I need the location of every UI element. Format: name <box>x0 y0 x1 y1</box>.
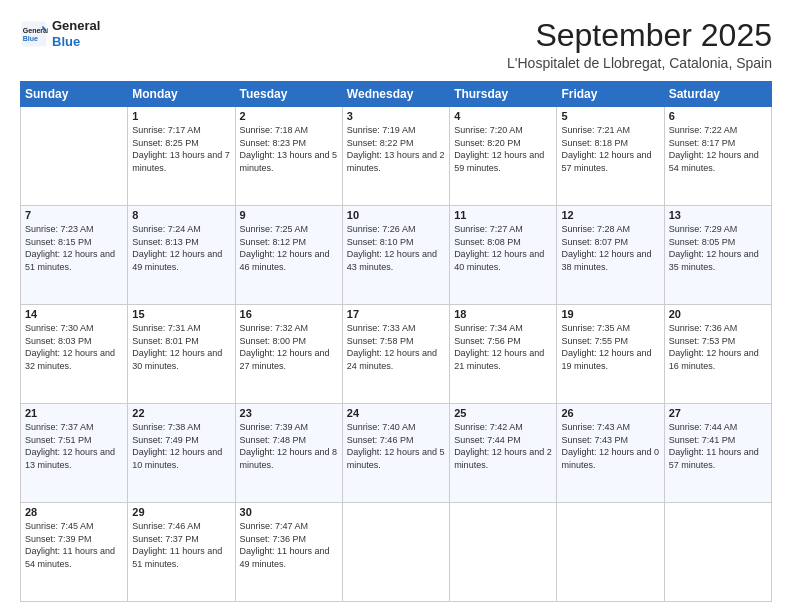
calendar-day-cell <box>557 503 664 602</box>
calendar-day-cell: 11Sunrise: 7:27 AMSunset: 8:08 PMDayligh… <box>450 206 557 305</box>
svg-text:Blue: Blue <box>23 35 38 42</box>
day-info: Sunrise: 7:31 AMSunset: 8:01 PMDaylight:… <box>132 322 230 372</box>
svg-rect-0 <box>21 21 46 46</box>
day-info: Sunrise: 7:17 AMSunset: 8:25 PMDaylight:… <box>132 124 230 174</box>
weekday-header: Saturday <box>664 82 771 107</box>
calendar-day-cell: 26Sunrise: 7:43 AMSunset: 7:43 PMDayligh… <box>557 404 664 503</box>
day-info: Sunrise: 7:42 AMSunset: 7:44 PMDaylight:… <box>454 421 552 471</box>
day-number: 6 <box>669 110 767 122</box>
day-number: 15 <box>132 308 230 320</box>
day-info: Sunrise: 7:26 AMSunset: 8:10 PMDaylight:… <box>347 223 445 273</box>
logo-icon: General Blue <box>20 20 48 48</box>
logo-line2: Blue <box>52 34 100 50</box>
calendar-week-row: 28Sunrise: 7:45 AMSunset: 7:39 PMDayligh… <box>21 503 772 602</box>
day-info: Sunrise: 7:37 AMSunset: 7:51 PMDaylight:… <box>25 421 123 471</box>
day-number: 18 <box>454 308 552 320</box>
calendar-day-cell: 21Sunrise: 7:37 AMSunset: 7:51 PMDayligh… <box>21 404 128 503</box>
day-number: 17 <box>347 308 445 320</box>
month-title: September 2025 <box>507 18 772 53</box>
day-number: 16 <box>240 308 338 320</box>
day-number: 27 <box>669 407 767 419</box>
day-number: 23 <box>240 407 338 419</box>
weekday-header: Tuesday <box>235 82 342 107</box>
calendar-day-cell <box>664 503 771 602</box>
calendar-day-cell: 13Sunrise: 7:29 AMSunset: 8:05 PMDayligh… <box>664 206 771 305</box>
weekday-header: Monday <box>128 82 235 107</box>
calendar-day-cell: 12Sunrise: 7:28 AMSunset: 8:07 PMDayligh… <box>557 206 664 305</box>
weekday-header: Wednesday <box>342 82 449 107</box>
day-info: Sunrise: 7:39 AMSunset: 7:48 PMDaylight:… <box>240 421 338 471</box>
calendar-day-cell: 22Sunrise: 7:38 AMSunset: 7:49 PMDayligh… <box>128 404 235 503</box>
day-info: Sunrise: 7:40 AMSunset: 7:46 PMDaylight:… <box>347 421 445 471</box>
day-number: 8 <box>132 209 230 221</box>
calendar-week-row: 1Sunrise: 7:17 AMSunset: 8:25 PMDaylight… <box>21 107 772 206</box>
calendar-day-cell: 8Sunrise: 7:24 AMSunset: 8:13 PMDaylight… <box>128 206 235 305</box>
location-title: L'Hospitalet de Llobregat, Catalonia, Sp… <box>507 55 772 71</box>
day-info: Sunrise: 7:27 AMSunset: 8:08 PMDaylight:… <box>454 223 552 273</box>
calendar-day-cell: 29Sunrise: 7:46 AMSunset: 7:37 PMDayligh… <box>128 503 235 602</box>
calendar-table: SundayMondayTuesdayWednesdayThursdayFrid… <box>20 81 772 602</box>
day-info: Sunrise: 7:19 AMSunset: 8:22 PMDaylight:… <box>347 124 445 174</box>
day-number: 7 <box>25 209 123 221</box>
calendar-day-cell: 14Sunrise: 7:30 AMSunset: 8:03 PMDayligh… <box>21 305 128 404</box>
day-info: Sunrise: 7:20 AMSunset: 8:20 PMDaylight:… <box>454 124 552 174</box>
calendar-week-row: 21Sunrise: 7:37 AMSunset: 7:51 PMDayligh… <box>21 404 772 503</box>
day-number: 1 <box>132 110 230 122</box>
day-info: Sunrise: 7:34 AMSunset: 7:56 PMDaylight:… <box>454 322 552 372</box>
calendar-day-cell <box>21 107 128 206</box>
day-number: 9 <box>240 209 338 221</box>
day-info: Sunrise: 7:21 AMSunset: 8:18 PMDaylight:… <box>561 124 659 174</box>
day-info: Sunrise: 7:23 AMSunset: 8:15 PMDaylight:… <box>25 223 123 273</box>
weekday-header: Thursday <box>450 82 557 107</box>
calendar-day-cell: 3Sunrise: 7:19 AMSunset: 8:22 PMDaylight… <box>342 107 449 206</box>
calendar-day-cell: 18Sunrise: 7:34 AMSunset: 7:56 PMDayligh… <box>450 305 557 404</box>
day-number: 5 <box>561 110 659 122</box>
day-info: Sunrise: 7:18 AMSunset: 8:23 PMDaylight:… <box>240 124 338 174</box>
calendar-day-cell: 4Sunrise: 7:20 AMSunset: 8:20 PMDaylight… <box>450 107 557 206</box>
day-info: Sunrise: 7:45 AMSunset: 7:39 PMDaylight:… <box>25 520 123 570</box>
day-info: Sunrise: 7:25 AMSunset: 8:12 PMDaylight:… <box>240 223 338 273</box>
calendar-week-row: 14Sunrise: 7:30 AMSunset: 8:03 PMDayligh… <box>21 305 772 404</box>
day-number: 24 <box>347 407 445 419</box>
page: General Blue General Blue September 2025… <box>0 0 792 612</box>
day-info: Sunrise: 7:35 AMSunset: 7:55 PMDaylight:… <box>561 322 659 372</box>
calendar-day-cell: 27Sunrise: 7:44 AMSunset: 7:41 PMDayligh… <box>664 404 771 503</box>
day-number: 19 <box>561 308 659 320</box>
day-number: 12 <box>561 209 659 221</box>
day-number: 2 <box>240 110 338 122</box>
day-number: 10 <box>347 209 445 221</box>
day-info: Sunrise: 7:33 AMSunset: 7:58 PMDaylight:… <box>347 322 445 372</box>
day-info: Sunrise: 7:47 AMSunset: 7:36 PMDaylight:… <box>240 520 338 570</box>
day-info: Sunrise: 7:29 AMSunset: 8:05 PMDaylight:… <box>669 223 767 273</box>
calendar-day-cell: 6Sunrise: 7:22 AMSunset: 8:17 PMDaylight… <box>664 107 771 206</box>
day-info: Sunrise: 7:38 AMSunset: 7:49 PMDaylight:… <box>132 421 230 471</box>
calendar-day-cell: 28Sunrise: 7:45 AMSunset: 7:39 PMDayligh… <box>21 503 128 602</box>
day-info: Sunrise: 7:43 AMSunset: 7:43 PMDaylight:… <box>561 421 659 471</box>
day-number: 29 <box>132 506 230 518</box>
day-info: Sunrise: 7:30 AMSunset: 8:03 PMDaylight:… <box>25 322 123 372</box>
day-info: Sunrise: 7:24 AMSunset: 8:13 PMDaylight:… <box>132 223 230 273</box>
calendar-day-cell: 5Sunrise: 7:21 AMSunset: 8:18 PMDaylight… <box>557 107 664 206</box>
day-info: Sunrise: 7:22 AMSunset: 8:17 PMDaylight:… <box>669 124 767 174</box>
day-number: 4 <box>454 110 552 122</box>
calendar-day-cell: 2Sunrise: 7:18 AMSunset: 8:23 PMDaylight… <box>235 107 342 206</box>
calendar-day-cell: 19Sunrise: 7:35 AMSunset: 7:55 PMDayligh… <box>557 305 664 404</box>
day-number: 13 <box>669 209 767 221</box>
day-info: Sunrise: 7:28 AMSunset: 8:07 PMDaylight:… <box>561 223 659 273</box>
day-number: 11 <box>454 209 552 221</box>
calendar-day-cell: 7Sunrise: 7:23 AMSunset: 8:15 PMDaylight… <box>21 206 128 305</box>
calendar-day-cell: 24Sunrise: 7:40 AMSunset: 7:46 PMDayligh… <box>342 404 449 503</box>
title-block: September 2025 L'Hospitalet de Llobregat… <box>507 18 772 71</box>
day-number: 25 <box>454 407 552 419</box>
day-info: Sunrise: 7:32 AMSunset: 8:00 PMDaylight:… <box>240 322 338 372</box>
day-number: 21 <box>25 407 123 419</box>
calendar-day-cell: 15Sunrise: 7:31 AMSunset: 8:01 PMDayligh… <box>128 305 235 404</box>
day-number: 26 <box>561 407 659 419</box>
calendar-day-cell <box>450 503 557 602</box>
header: General Blue General Blue September 2025… <box>20 18 772 71</box>
day-number: 28 <box>25 506 123 518</box>
calendar-day-cell: 9Sunrise: 7:25 AMSunset: 8:12 PMDaylight… <box>235 206 342 305</box>
calendar-day-cell: 23Sunrise: 7:39 AMSunset: 7:48 PMDayligh… <box>235 404 342 503</box>
calendar-day-cell: 25Sunrise: 7:42 AMSunset: 7:44 PMDayligh… <box>450 404 557 503</box>
day-number: 3 <box>347 110 445 122</box>
